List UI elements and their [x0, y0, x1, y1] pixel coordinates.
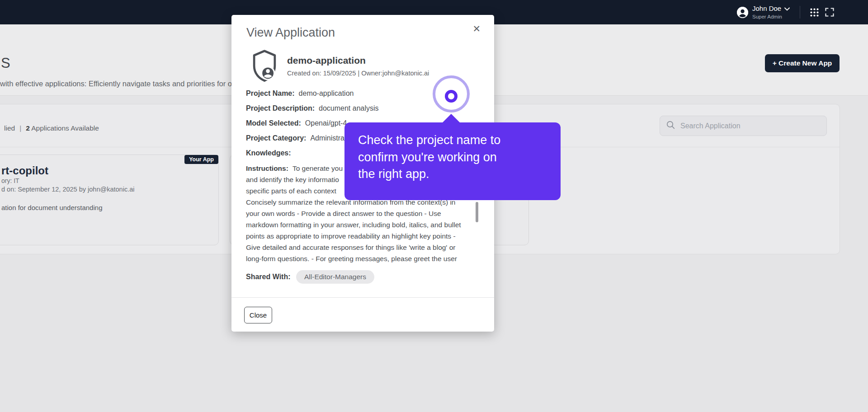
filter-fragment: lied: [4, 124, 15, 132]
application-meta: Created on: 15/09/2025 | Owner:john@kato…: [287, 70, 429, 77]
user-name: John Doe: [752, 5, 781, 12]
user-avatar-icon: [737, 7, 748, 18]
search-application-box[interactable]: [660, 116, 827, 136]
app-card-title: rt-copilot: [1, 164, 48, 177]
applications-count-text: lied|2 Applications Available: [4, 124, 99, 132]
field-value: demo-application: [299, 89, 354, 97]
field-label: Project Description:: [246, 104, 315, 112]
shared-group-chip: All-Editor-Managers: [296, 270, 374, 284]
chevron-down-icon: [784, 5, 790, 12]
applications-count-label: Applications Available: [31, 124, 99, 132]
field-label: Model Selected:: [246, 119, 301, 127]
app-card-created: d on: September 12, 2025 by john@katonic…: [1, 186, 134, 193]
field-label: Project Name:: [246, 89, 295, 97]
tooltip-caret: [442, 114, 460, 123]
fullscreen-icon[interactable]: [822, 5, 837, 20]
search-icon: [666, 121, 675, 131]
your-app-badge: Your App: [184, 155, 218, 164]
field-value: Administrat: [310, 134, 346, 142]
close-button[interactable]: Close: [244, 307, 272, 323]
field-project-name: Project Name:demo-application: [246, 89, 379, 98]
application-name: demo-application: [287, 55, 429, 66]
app-card-category: ory: IT: [1, 177, 19, 184]
user-role: Super Admin: [752, 14, 790, 20]
field-value: Openai/gpt-4: [305, 119, 347, 127]
filter-separator: |: [19, 124, 21, 132]
page-subtitle: with effective applications: Efficiently…: [0, 80, 236, 88]
app-card-support-copilot[interactable]: Your App rt-copilot ory: IT d on: Septem…: [0, 154, 219, 245]
field-value: document analysis: [319, 104, 379, 112]
shield-user-icon: [252, 50, 277, 82]
app-card-description: ation for document understanding: [1, 204, 102, 211]
shared-with-row: Shared With: All-Editor-Managers: [246, 270, 291, 284]
highlight-ring-inner: [445, 90, 458, 103]
applications-count: 2: [26, 124, 30, 132]
modal-footer-divider: [231, 297, 494, 298]
close-icon[interactable]: ✕: [471, 22, 482, 35]
page-title: S: [1, 55, 10, 71]
shared-with-label: Shared With:: [246, 273, 291, 281]
field-project-description: Project Description:document analysis: [246, 104, 379, 113]
user-menu[interactable]: John Doe Super Admin: [737, 0, 837, 24]
field-label: Knowledges:: [246, 149, 291, 157]
search-input[interactable]: [680, 122, 816, 130]
instructions-label: Instructions:: [246, 164, 288, 172]
create-new-app-button[interactable]: + Create New App: [765, 54, 840, 72]
app-header: demo-application Created on: 15/09/2025 …: [252, 50, 429, 82]
scrollbar-thumb[interactable]: [476, 202, 478, 222]
modal-title: View Application: [246, 26, 335, 40]
app-grid-icon[interactable]: [807, 5, 822, 20]
tooltip-bubble: Check the project name to confirm you're…: [344, 122, 561, 200]
topbar-divider: [800, 6, 800, 19]
field-label: Project Category:: [246, 134, 306, 142]
